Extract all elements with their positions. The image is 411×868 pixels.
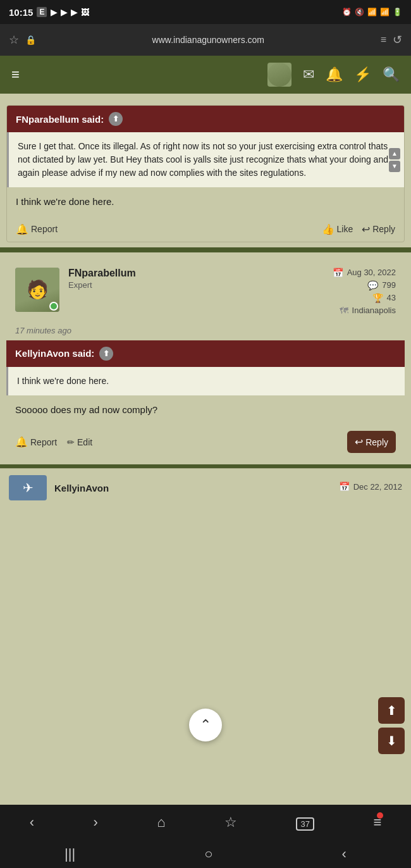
notification-icon[interactable]: 🔔 bbox=[326, 66, 343, 83]
bottom-user-stats: 📅 Dec 22, 2012 bbox=[339, 481, 402, 494]
photo-icon: 🖼 bbox=[81, 8, 89, 17]
bottom-user-info: KellyinAvon bbox=[54, 483, 331, 493]
action-left-1: 🔔 Report bbox=[16, 223, 58, 235]
star-icon[interactable]: ☆ bbox=[9, 33, 19, 47]
scroll-down-float[interactable]: ⬇ bbox=[378, 728, 405, 754]
messages-icon: 💬 bbox=[367, 280, 378, 290]
trophy-icon: 🏆 bbox=[372, 293, 383, 303]
system-recents-button[interactable]: ‹ bbox=[342, 846, 347, 862]
browser-bar: ☆ 🔒 www.indianagunowners.com ≡ ↺ bbox=[0, 24, 411, 56]
quote-content-1: Sure I get that. Once its illegal. As of… bbox=[7, 132, 404, 187]
quote-scroll-1: ▲ ▼ bbox=[389, 148, 400, 172]
bookmark-button[interactable]: ☆ bbox=[224, 814, 237, 831]
post-header-2: 🧑 FNparabellum Expert 📅 Aug 30, 2022 💬 7… bbox=[6, 257, 405, 323]
post-body-text-1: I think we're done here. bbox=[16, 196, 114, 207]
messages-value: 799 bbox=[382, 280, 396, 290]
calendar-icon: 📅 bbox=[333, 268, 343, 278]
bottom-join-date: Dec 22, 2012 bbox=[353, 482, 402, 492]
location-value: Indianapolis bbox=[352, 306, 396, 315]
url-display[interactable]: www.indianagunowners.com bbox=[42, 35, 374, 45]
youtube-icon-2: ▶ bbox=[61, 8, 67, 17]
bottom-username[interactable]: KellyinAvon bbox=[54, 483, 331, 493]
user-role-2: Expert bbox=[68, 280, 324, 290]
scroll-up-float[interactable]: ⬆ bbox=[378, 697, 405, 724]
post-timestamp-2: 17 minutes ago bbox=[6, 323, 405, 340]
like-button-1[interactable]: 👍 Like bbox=[322, 223, 353, 235]
hamburger-menu[interactable]: ≡ bbox=[11, 66, 20, 83]
back-to-top-button[interactable]: ⌃ bbox=[189, 709, 222, 741]
refresh-icon[interactable]: ↺ bbox=[393, 33, 402, 47]
username-2[interactable]: FNparabellum bbox=[68, 268, 324, 279]
quote-text-2: I think we're done here. bbox=[17, 376, 109, 386]
reply-button-2[interactable]: ↩ Reply bbox=[347, 431, 396, 453]
bell-icon: 🔔 bbox=[16, 223, 28, 235]
main-content: FNparabellum said: ⬆ Sure I get that. On… bbox=[0, 94, 411, 513]
forward-button[interactable]: › bbox=[94, 814, 98, 831]
bottom-stat-join: 📅 Dec 22, 2012 bbox=[339, 481, 402, 492]
site-header: ≡ ✉ 🔔 ⚡ 🔍 bbox=[0, 56, 411, 94]
quote-block-header-2: KellyinAvon said: ⬆ bbox=[6, 340, 405, 367]
nav-bar: ‹ › ⌂ ☆ 37 ≡ bbox=[0, 805, 411, 840]
status-right: ⏰ 🔇 📶 📶 🔋 bbox=[342, 8, 402, 16]
signal-icon: 📶 bbox=[380, 8, 390, 16]
header-icons: ✉ 🔔 ⚡ 🔍 bbox=[267, 63, 400, 87]
bell-icon-2: 🔔 bbox=[15, 436, 28, 448]
status-bar: 10:15 E ▶ ▶ ▶ 🖼 ⏰ 🔇 📶 📶 🔋 bbox=[0, 0, 411, 24]
reply-label-1: Reply bbox=[372, 224, 395, 234]
reply-icon-2: ↩ bbox=[355, 436, 363, 448]
quote-block-header-1: FNparabellum said: ⬆ bbox=[7, 106, 404, 132]
quote-author-1: FNparabellum said: bbox=[16, 114, 104, 125]
report-button-2[interactable]: 🔔 Report bbox=[15, 436, 57, 448]
search-icon[interactable]: 🔍 bbox=[383, 66, 400, 83]
report-label-1: Report bbox=[31, 224, 58, 234]
post-body-1: I think we're done here. bbox=[7, 187, 404, 217]
alarm-icon: ⏰ bbox=[342, 8, 352, 16]
youtube-icon-3: ▶ bbox=[71, 8, 77, 17]
user-info-2: FNparabellum Expert bbox=[68, 268, 324, 290]
status-left: 10:15 E ▶ ▶ ▶ 🖼 bbox=[9, 7, 89, 18]
scroll-down-btn[interactable]: ▼ bbox=[389, 161, 400, 172]
thumbsup-icon: 👍 bbox=[322, 223, 334, 235]
post-card-2: 🧑 FNparabellum Expert 📅 Aug 30, 2022 💬 7… bbox=[6, 257, 405, 460]
back-button[interactable]: ‹ bbox=[30, 814, 34, 831]
wifi-icon: 📶 bbox=[367, 8, 377, 16]
scroll-up-btn[interactable]: ▲ bbox=[389, 148, 400, 159]
pencil-icon: ✏ bbox=[67, 437, 75, 447]
quote-text-1: Sure I get that. Once its illegal. As of… bbox=[18, 141, 388, 178]
post-body-text-2: Sooooo does my ad now comply? bbox=[15, 404, 157, 415]
edit-button-2[interactable]: ✏ Edit bbox=[67, 437, 92, 447]
join-date-value: Aug 30, 2022 bbox=[347, 268, 396, 277]
tabs-count: 37 bbox=[296, 817, 314, 831]
stat-messages: 💬 799 bbox=[333, 280, 396, 290]
user-avatar-header[interactable] bbox=[267, 63, 291, 87]
stat-join-date: 📅 Aug 30, 2022 bbox=[333, 268, 396, 278]
system-home-button[interactable]: ○ bbox=[204, 846, 212, 862]
post-divider bbox=[0, 247, 411, 252]
reply-icon-1: ↩ bbox=[362, 223, 370, 235]
bottom-post-peek: ✈ KellyinAvon 📅 Dec 22, 2012 bbox=[0, 468, 411, 507]
stat-trophy: 🏆 43 bbox=[333, 293, 396, 303]
post-card-1: FNparabellum said: ⬆ Sure I get that. On… bbox=[6, 105, 405, 242]
upvote-icon-2[interactable]: ⬆ bbox=[99, 347, 113, 361]
user-avatar-2: 🧑 bbox=[15, 268, 59, 312]
battery-icon: 🔋 bbox=[393, 8, 402, 16]
menu-badge-dot bbox=[377, 812, 383, 819]
report-button-1[interactable]: 🔔 Report bbox=[16, 223, 58, 235]
system-bar: ||| ○ ‹ bbox=[0, 840, 411, 868]
mail-icon[interactable]: ✉ bbox=[303, 66, 314, 83]
system-back-button[interactable]: ||| bbox=[64, 846, 75, 862]
lock-icon: 🔒 bbox=[25, 35, 36, 45]
stat-location: 🗺 Indianapolis bbox=[333, 306, 396, 316]
home-button[interactable]: ⌂ bbox=[157, 814, 165, 831]
lightning-icon[interactable]: ⚡ bbox=[354, 66, 371, 83]
reader-icon[interactable]: ≡ bbox=[381, 34, 386, 46]
avatar-airplane: ✈ bbox=[9, 475, 47, 500]
action-right-2: ↩ Reply bbox=[347, 431, 396, 453]
reply-label-2: Reply bbox=[365, 437, 388, 447]
tabs-button[interactable]: 37 bbox=[296, 814, 314, 831]
upvote-icon-1[interactable]: ⬆ bbox=[109, 112, 123, 126]
reply-button-1[interactable]: ↩ Reply bbox=[362, 223, 395, 235]
youtube-icon-1: ▶ bbox=[51, 8, 57, 17]
menu-button[interactable]: ≡ bbox=[373, 814, 381, 831]
action-right-1: 👍 Like ↩ Reply bbox=[322, 223, 395, 235]
